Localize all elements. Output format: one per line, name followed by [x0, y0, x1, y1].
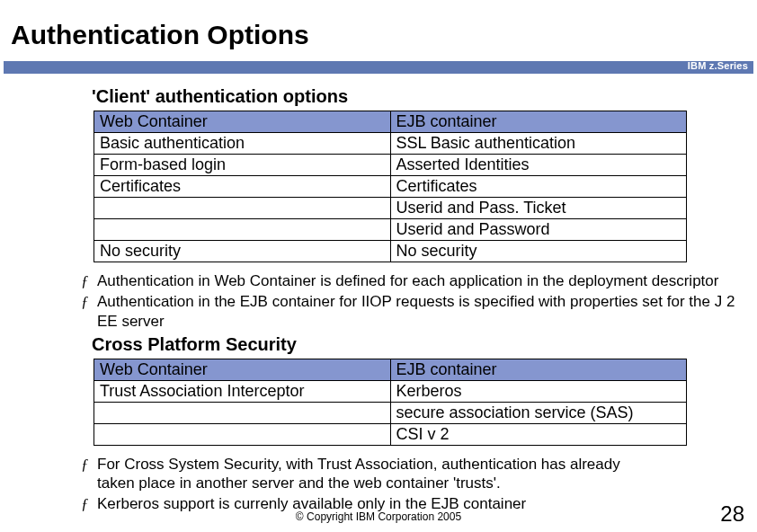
cell [94, 198, 391, 219]
table-row: Userid and Pass. Ticket [94, 198, 687, 219]
bullet-item: ƒ Authentication in the EJB container fo… [81, 292, 746, 331]
cell: Userid and Pass. Ticket [390, 198, 687, 219]
bullet-item: ƒ For Cross System Security, with Trust … [81, 455, 656, 493]
cell: EJB container [390, 359, 687, 380]
table-row: Web Container EJB container [94, 359, 687, 380]
table-row: Web Container EJB container [94, 111, 687, 133]
bullet-text: Authentication in Web Container is defin… [97, 271, 746, 290]
bullet-item: ƒ Authentication in Web Container is def… [81, 271, 746, 290]
table-row: CSI v 2 [94, 423, 687, 445]
bullet-mark: ƒ [81, 271, 97, 290]
cell: Web Container [94, 359, 391, 380]
cell [94, 423, 391, 445]
cell: Asserted Identities [390, 155, 687, 176]
header-bar: IBM z.Series [4, 61, 753, 74]
cell: secure association service (SAS) [390, 402, 687, 423]
bullets-2: ƒ For Cross System Security, with Trust … [81, 455, 656, 514]
table-row: Userid and Password [94, 219, 687, 241]
section1-table: Web Container EJB container Basic authen… [94, 111, 687, 262]
section2-heading: Cross Platform Security [92, 334, 746, 355]
bullet-text: Authentication in the EJB container for … [97, 292, 746, 331]
section1-heading: 'Client' authentication options [92, 86, 746, 107]
cell: CSI v 2 [390, 423, 687, 445]
table-row: secure association service (SAS) [94, 402, 687, 423]
cell: SSL Basic authentication [390, 133, 687, 155]
table-row: Form-based login Asserted Identities [94, 155, 687, 176]
page-number: 28 [720, 501, 744, 527]
bullets-1: ƒ Authentication in Web Container is def… [81, 271, 746, 331]
table-row: No security No security [94, 241, 687, 262]
table-row: Trust Association Interceptor Kerberos [94, 380, 687, 402]
section2-table: Web Container EJB container Trust Associ… [94, 359, 687, 446]
cell: Form-based login [94, 155, 391, 176]
cell: Kerberos [390, 380, 687, 402]
table-row: Certificates Certificates [94, 176, 687, 198]
cell: Trust Association Interceptor [94, 380, 391, 402]
cell [94, 402, 391, 423]
cell: Web Container [94, 111, 391, 133]
slide-body: 'Client' authentication options Web Cont… [0, 74, 757, 514]
cell: Certificates [390, 176, 687, 198]
bullet-mark: ƒ [81, 455, 97, 493]
cell: Userid and Password [390, 219, 687, 241]
cell: EJB container [390, 111, 687, 133]
cell: Certificates [94, 176, 391, 198]
cell: No security [94, 241, 391, 262]
cell: Basic authentication [94, 133, 391, 155]
bullet-text: For Cross System Security, with Trust As… [97, 455, 656, 493]
cell [94, 219, 391, 241]
table-row: Basic authentication SSL Basic authentic… [94, 133, 687, 155]
copyright-text: © Copyright IBM Corporation 2005 [0, 510, 757, 523]
bullet-mark: ƒ [81, 292, 97, 331]
slide-title: Authentication Options [0, 0, 757, 59]
cell: No security [390, 241, 687, 262]
brand-label: IBM z.Series [688, 60, 748, 71]
